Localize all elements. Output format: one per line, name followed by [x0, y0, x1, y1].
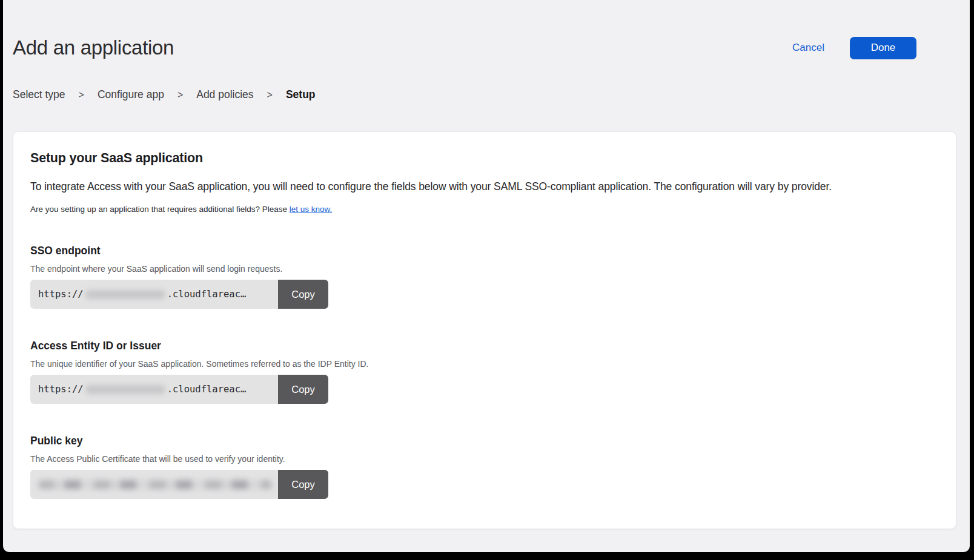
- card-heading: Setup your SaaS application: [30, 151, 939, 166]
- cancel-button[interactable]: Cancel: [792, 42, 824, 54]
- let-us-know-link[interactable]: let us know.: [290, 205, 333, 214]
- url-suffix: .cloudflareac…: [167, 289, 247, 300]
- note-text: Are you setting up an application that r…: [30, 205, 290, 214]
- entity-id-section: Access Entity ID or Issuer The unique id…: [30, 340, 939, 404]
- public-key-label: Public key: [30, 435, 939, 447]
- sso-endpoint-label: SSO endpoint: [30, 245, 939, 257]
- breadcrumb-separator: >: [177, 90, 183, 100]
- card-intro-text: To integrate Access with your SaaS appli…: [30, 180, 939, 193]
- sso-endpoint-value[interactable]: https://.cloudflareac…: [30, 280, 278, 309]
- app-window: Add an application Cancel Done Select ty…: [3, 0, 970, 552]
- breadcrumb-separator: >: [79, 90, 84, 100]
- breadcrumb-step-setup: Setup: [286, 88, 316, 101]
- done-button[interactable]: Done: [850, 37, 916, 59]
- redacted-text-blur: [38, 480, 272, 489]
- public-key-value[interactable]: [30, 470, 278, 499]
- breadcrumb-step-select-type[interactable]: Select type: [13, 88, 65, 101]
- breadcrumb-step-configure-app[interactable]: Configure app: [98, 88, 164, 101]
- page-title: Add an application: [13, 36, 174, 59]
- public-key-copy-row: Copy: [30, 470, 328, 499]
- breadcrumb: Select type > Configure app > Add polici…: [13, 88, 956, 101]
- public-key-copy-button[interactable]: Copy: [278, 470, 328, 499]
- page-header: Add an application Cancel Done: [13, 36, 956, 59]
- entity-id-copy-button[interactable]: Copy: [278, 375, 328, 404]
- entity-id-label: Access Entity ID or Issuer: [30, 340, 939, 352]
- sso-endpoint-copy-button[interactable]: Copy: [278, 280, 328, 309]
- public-key-description: The Access Public Certificate that will …: [30, 454, 939, 464]
- card-note: Are you setting up an application that r…: [30, 205, 939, 214]
- sso-endpoint-copy-row: https://.cloudflareac… Copy: [30, 280, 328, 309]
- url-prefix: https://: [38, 384, 84, 395]
- url-suffix: .cloudflareac…: [167, 384, 247, 395]
- public-key-section: Public key The Access Public Certificate…: [30, 435, 939, 499]
- entity-id-description: The unique identifier of your SaaS appli…: [30, 359, 939, 369]
- sso-endpoint-description: The endpoint where your SaaS application…: [30, 264, 939, 274]
- entity-id-copy-row: https://.cloudflareac… Copy: [30, 375, 328, 404]
- breadcrumb-separator: >: [267, 90, 273, 100]
- sso-endpoint-section: SSO endpoint The endpoint where your Saa…: [30, 245, 939, 309]
- setup-card: Setup your SaaS application To integrate…: [13, 131, 956, 529]
- redacted-text-blur: [85, 290, 165, 299]
- url-prefix: https://: [38, 289, 84, 300]
- breadcrumb-step-add-policies[interactable]: Add policies: [196, 88, 253, 101]
- redacted-text-blur: [85, 385, 165, 394]
- header-actions: Cancel Done: [792, 37, 956, 59]
- entity-id-value[interactable]: https://.cloudflareac…: [30, 375, 278, 404]
